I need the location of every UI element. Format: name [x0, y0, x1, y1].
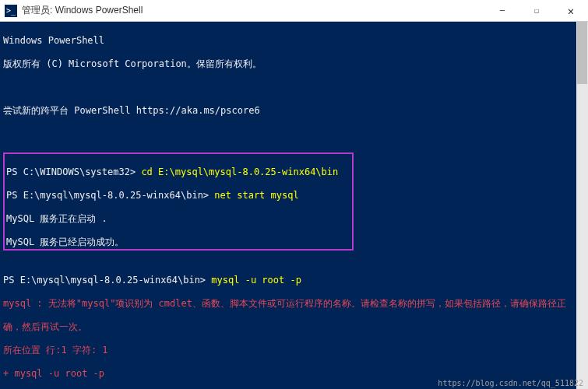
minimize-button[interactable]: ─ [485, 0, 519, 22]
close-button[interactable]: ✕ [554, 0, 588, 22]
error-line: mysql : 无法将"mysql"项识别为 cmdlet、函数、脚本文件或可运… [3, 298, 585, 310]
powershell-icon: >_ [5, 5, 17, 17]
ps-prompt: PS E:\mysql\mysql-8.0.25-winx64\bin> [6, 190, 209, 201]
ps-prompt: PS C:\WINDOWS\system32> [6, 166, 136, 177]
ps-prompt: PS E:\mysql\mysql-8.0.25-winx64\bin> [3, 275, 206, 286]
error-line: 所在位置 行:1 字符: 1 [3, 345, 585, 356]
window-controls: ─ ☐ ✕ [485, 0, 588, 22]
blank-line [3, 128, 585, 140]
header-line: 尝试新的跨平台 PowerShell https://aka.ms/pscore… [3, 105, 585, 117]
error-line: + mysql -u root -p [3, 368, 585, 380]
command-text: cd E:\mysql\mysql-8.0.25-winx64\bin [136, 166, 338, 177]
header-line: 版权所有 (C) Microsoft Corporation。保留所有权利。 [3, 58, 585, 70]
blank-line [3, 251, 585, 263]
maximize-button[interactable]: ☐ [519, 0, 554, 22]
titlebar[interactable]: >_ 管理员: Windows PowerShell ─ ☐ ✕ [0, 0, 588, 22]
terminal-output[interactable]: Windows PowerShell 版权所有 (C) Microsoft Co… [0, 22, 588, 389]
output-line: MySQL 服务正在启动 . [6, 213, 107, 224]
highlight-box-cd-netstart: PS C:\WINDOWS\system32> cd E:\mysql\mysq… [3, 152, 354, 251]
window-title: 管理员: Windows PowerShell [22, 4, 485, 17]
error-line: 确，然后再试一次。 [3, 321, 585, 333]
blank-line [3, 82, 585, 93]
command-text: net start mysql [209, 190, 299, 201]
vertical-scrollbar[interactable] [576, 22, 588, 389]
output-line: MySQL 服务已经启动成功。 [6, 237, 124, 247]
scrollbar-thumb[interactable] [577, 22, 587, 84]
header-line: Windows PowerShell [3, 35, 585, 47]
command-text: mysql -u root -p [206, 275, 301, 286]
watermark: https://blog.csdn.net/qq_511822 [438, 379, 583, 387]
